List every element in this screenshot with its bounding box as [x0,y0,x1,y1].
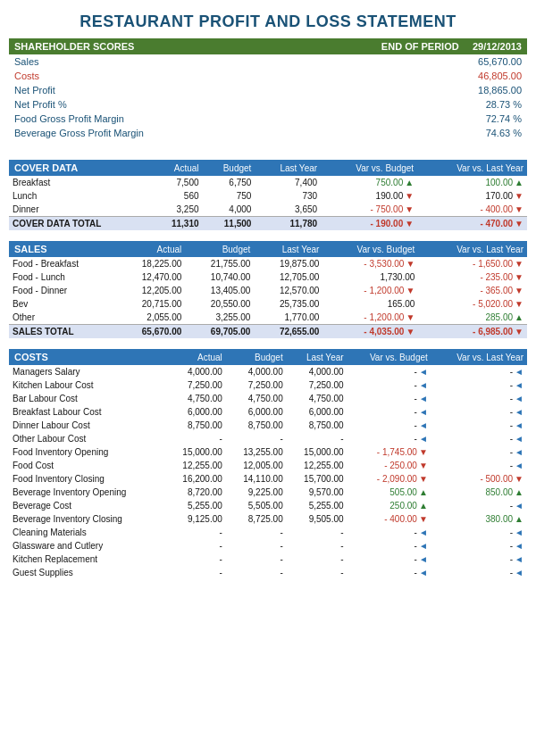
arrow-down-icon: ▼ [515,219,523,228]
arrow-down-icon: ▼ [515,259,523,269]
row-lastyear: 12,570.00 [254,284,322,297]
row-actual: 12,255.00 [165,459,226,472]
arrow-left-icon: ◄ [419,528,428,537]
row-actual: 12,470.00 [116,270,185,284]
row-name: Bev [9,297,116,311]
row-lastyear: 8,750.00 [287,419,348,432]
total-var-budget: - 190.00 ▼ [321,217,417,231]
row-name: Beverage Inventory Closing [9,512,165,526]
row-actual: 15,000.00 [165,445,226,459]
row-name: Dinner Labour Cost [9,419,165,432]
arrow-down-icon: ▼ [515,474,523,484]
row-lastyear: 4,750.00 [287,392,348,405]
row-var-ly: - 400.00 ▼ [417,203,527,217]
table-row: Lunch 560 750 730 190.00 ▼ 170.00 ▼ [9,189,527,203]
arrow-up-icon: ▲ [419,487,428,497]
arrow-left-icon: ◄ [515,568,523,577]
row-actual: 18,225.00 [116,257,185,270]
row-actual: 4,750.00 [165,392,226,405]
arrow-left-icon: ◄ [515,367,523,377]
table-row: Food - Dinner 12,205.00 13,405.00 12,570… [9,284,527,297]
arrow-down-icon: ▼ [515,286,523,295]
row-name: Dinner [9,203,151,217]
row-name: Food Inventory Closing [9,472,165,486]
row-lastyear: 9,505.00 [287,512,348,526]
total-row: COVER DATA TOTAL 11,310 11,500 11,780 - … [9,217,527,231]
row-name: Food Inventory Opening [9,445,165,459]
arrow-down-icon: ▼ [419,447,428,457]
row-name: Bar Labour Cost [9,392,165,405]
row-var-budget: 1,730.00 [322,270,418,284]
row-var-ly: - 235.00 ▼ [418,270,527,284]
row-var-budget: - 2,090.00 ▼ [348,472,431,486]
arrow-left-icon: ◄ [419,568,428,577]
table-row: Beverage Cost 5,255.00 5,505.00 5,255.00… [9,499,527,512]
row-var-budget: -◄ [348,378,431,392]
shareholder-header: SHAREHOLDER SCORES END OF PERIOD 29/12/2… [9,38,527,54]
arrow-down-icon: ▼ [419,474,428,484]
table-row: Beverage Inventory Closing 9,125.00 8,72… [9,512,527,526]
row-var-ly: -◄ [431,445,527,459]
row-var-ly: -◄ [431,405,527,419]
summary-value: 72.74 % [389,112,527,126]
summary-value: 74.63 % [389,126,527,140]
arrow-left-icon: ◄ [419,380,428,390]
row-name: Beverage Inventory Opening [9,486,165,499]
row-var-budget: 750.00 ▲ [321,176,417,189]
summary-table: Sales65,670.00Costs46,805.00Net Profit18… [9,54,527,140]
column-header: Var vs. Budget [348,349,431,365]
summary-row: Net Profit18,865.00 [9,83,527,97]
row-actual: 5,255.00 [165,499,226,512]
total-actual: 65,670.00 [116,325,185,339]
row-var-budget: -◄ [348,392,431,405]
total-var-ly: - 6,985.00 ▼ [418,325,527,339]
table-row: Managers Salary 4,000.00 4,000.00 4,000.… [9,365,527,378]
row-var-budget: 165.00 [322,297,418,311]
arrow-left-icon: ◄ [515,461,523,470]
row-actual: 9,125.00 [165,512,226,526]
row-actual: 7,250.00 [165,378,226,392]
arrow-left-icon: ◄ [419,554,428,564]
summary-row: Sales65,670.00 [9,54,527,69]
table-row: Glassware and Cutlery - - - -◄ -◄ [9,539,527,552]
row-name: Managers Salary [9,365,165,378]
row-lastyear: 730 [255,189,321,203]
row-var-ly: -◄ [431,526,527,539]
row-var-ly: 850.00 ▲ [431,486,527,499]
arrow-left-icon: ◄ [515,501,523,511]
summary-label: Costs [9,69,389,83]
column-header: Var vs. Budget [322,241,418,257]
row-name: Other Labour Cost [9,432,165,445]
arrow-left-icon: ◄ [515,407,523,417]
page-title: RESTAURANT PROFIT AND LOSS STATEMENT [9,7,527,38]
row-var-ly: -◄ [431,552,527,566]
table-row: Dinner Labour Cost 8,750.00 8,750.00 8,7… [9,419,527,432]
sales-table: SALESActualBudgetLast YearVar vs. Budget… [9,241,527,338]
arrow-left-icon: ◄ [419,407,428,417]
column-header: Actual [165,349,226,365]
arrow-down-icon: ▼ [405,219,414,228]
cover-data-table: COVER DATAActualBudgetLast YearVar vs. B… [9,160,527,230]
row-lastyear: 15,700.00 [287,472,348,486]
total-row: SALES TOTAL 65,670.00 69,705.00 72,655.0… [9,325,527,339]
total-name: SALES TOTAL [9,325,116,339]
row-budget: 4,000 [203,203,255,217]
row-var-budget: - 400.00 ▼ [348,512,431,526]
row-var-ly: - 365.00 ▼ [418,284,527,297]
row-lastyear: 15,000.00 [287,445,348,459]
row-budget: 4,750.00 [226,392,287,405]
row-actual: - [165,552,226,566]
arrow-down-icon: ▼ [419,514,428,524]
arrow-left-icon: ◄ [419,420,428,430]
row-name: Lunch [9,189,151,203]
row-var-ly: -◄ [431,499,527,512]
row-name: Food - Dinner [9,284,116,297]
table-row: Guest Supplies - - - -◄ -◄ [9,566,527,579]
total-budget: 11,500 [203,217,255,231]
table-row: Breakfast 7,500 6,750 7,400 750.00 ▲ 100… [9,176,527,189]
row-budget: 8,750.00 [226,419,287,432]
row-actual: 12,205.00 [116,284,185,297]
row-actual: 8,750.00 [165,419,226,432]
row-budget: - [226,539,287,552]
row-lastyear: 1,770.00 [254,311,322,325]
